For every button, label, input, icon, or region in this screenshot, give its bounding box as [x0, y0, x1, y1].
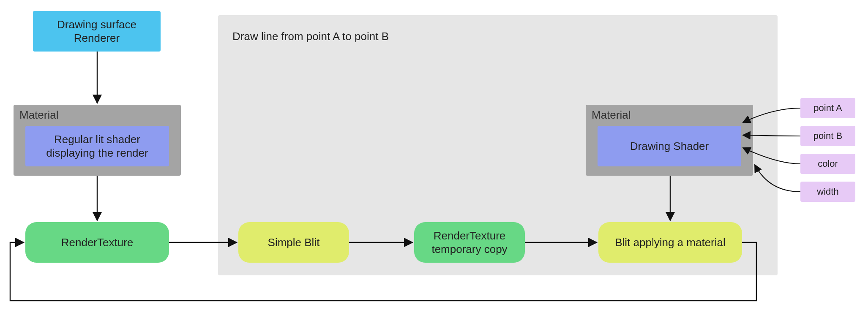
simple-blit-box: Simple Blit [238, 222, 349, 263]
drawing-surface-renderer: Drawing surface Renderer [33, 11, 161, 52]
temp-copy-line2: temporary copy [431, 242, 507, 256]
blit-material-box: Blit applying a material [598, 222, 742, 263]
material-right-label: Material [592, 108, 631, 122]
render-texture-box: RenderTexture [25, 222, 169, 263]
panel-title: Draw line from point A to point B [232, 30, 389, 43]
renderer-line2: Renderer [74, 31, 120, 45]
param-color: color [800, 154, 855, 174]
param-width: width [800, 182, 855, 202]
param-point-a: point A [800, 98, 855, 118]
regular-lit-shader-box: Regular lit shader displaying the render [25, 126, 169, 166]
material-right-box: Material Drawing Shader [586, 105, 753, 176]
param-point-b: point B [800, 126, 855, 146]
renderer-line1: Drawing surface [57, 18, 136, 32]
temp-copy-box: RenderTexture temporary copy [414, 222, 525, 263]
material-left-box: Material Regular lit shader displaying t… [14, 105, 181, 176]
drawing-shader-box: Drawing Shader [598, 126, 741, 166]
material-left-label: Material [19, 108, 58, 122]
temp-copy-line1: RenderTexture [434, 229, 506, 243]
